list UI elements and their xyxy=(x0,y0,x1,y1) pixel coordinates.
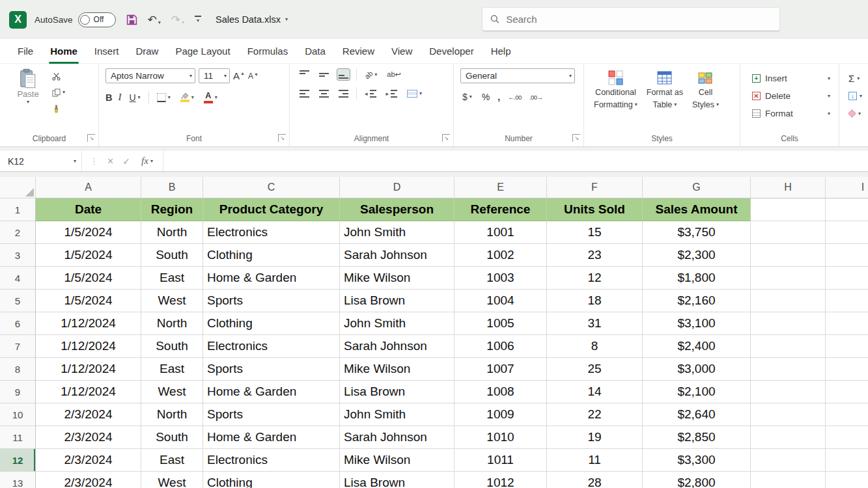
insert-cells-button[interactable]: + Insert ▾ xyxy=(752,71,830,86)
tab-draw[interactable]: Draw xyxy=(127,39,167,64)
cell-H2[interactable] xyxy=(751,221,826,244)
cell-A13[interactable]: 2/3/2024 xyxy=(36,472,141,488)
bottom-align-button[interactable] xyxy=(337,68,350,81)
cell-I4[interactable] xyxy=(826,267,868,290)
row-header-13[interactable]: 13 xyxy=(0,472,36,488)
cell-G4[interactable]: $1,800 xyxy=(643,267,751,290)
cell-B12[interactable]: East xyxy=(141,449,203,472)
decrease-decimal-button[interactable]: .00→ xyxy=(529,94,543,101)
cell-F4[interactable]: 12 xyxy=(547,267,643,290)
column-header-B[interactable]: B xyxy=(141,177,203,198)
cell-C1[interactable]: Product Category xyxy=(203,198,340,221)
cell-A10[interactable]: 2/3/2024 xyxy=(36,403,141,426)
cut-button[interactable] xyxy=(52,71,65,81)
percent-style-button[interactable]: % xyxy=(482,92,490,102)
tab-data[interactable]: Data xyxy=(296,39,334,64)
cell-H6[interactable] xyxy=(751,312,826,335)
cell-E10[interactable]: 1009 xyxy=(455,403,547,426)
cell-I6[interactable] xyxy=(826,312,868,335)
decrease-font-size-button[interactable]: A▼ xyxy=(248,72,259,81)
comma-style-button[interactable]: , xyxy=(497,92,500,102)
number-dialog-launcher[interactable]: ↘ xyxy=(572,134,580,142)
cell-A9[interactable]: 1/12/2024 xyxy=(36,381,141,403)
cell-F10[interactable]: 22 xyxy=(547,403,643,426)
column-header-A[interactable]: A xyxy=(36,177,141,198)
cell-F11[interactable]: 19 xyxy=(547,426,643,449)
cell-E4[interactable]: 1003 xyxy=(455,267,547,290)
decrease-indent-button[interactable]: ◂ xyxy=(363,87,378,100)
column-header-C[interactable]: C xyxy=(203,177,340,198)
cell-I11[interactable] xyxy=(826,426,868,449)
cell-C3[interactable]: Clothing xyxy=(203,244,340,267)
tab-help[interactable]: Help xyxy=(483,39,520,64)
cell-F1[interactable]: Units Sold xyxy=(547,198,643,221)
cell-H11[interactable] xyxy=(751,426,826,449)
name-box[interactable]: K12 ▾ xyxy=(0,151,82,171)
row-header-6[interactable]: 6 xyxy=(0,312,36,335)
cell-E1[interactable]: Reference xyxy=(455,198,547,221)
cell-C8[interactable]: Sports xyxy=(203,358,340,381)
document-title[interactable]: Sales Data.xlsx ▾ xyxy=(216,14,288,25)
underline-button[interactable]: U ▾ xyxy=(127,90,142,105)
cell-B9[interactable]: West xyxy=(141,381,203,403)
redo-button[interactable]: ↷ ▾ xyxy=(171,14,184,25)
cell-E11[interactable]: 1010 xyxy=(455,426,547,449)
cell-C7[interactable]: Electronics xyxy=(203,335,340,358)
tab-view[interactable]: View xyxy=(383,39,421,64)
bold-button[interactable]: B xyxy=(105,92,112,103)
cell-B11[interactable]: South xyxy=(141,426,203,449)
tab-insert[interactable]: Insert xyxy=(86,39,128,64)
cell-G3[interactable]: $2,300 xyxy=(643,244,751,267)
cell-I9[interactable] xyxy=(826,381,868,403)
row-header-9[interactable]: 9 xyxy=(0,381,36,403)
clear-button[interactable]: ▾ xyxy=(848,106,861,121)
cell-G10[interactable]: $2,640 xyxy=(643,403,751,426)
font-name-combobox[interactable]: Aptos Narrow ▾ xyxy=(105,68,195,83)
cell-C5[interactable]: Sports xyxy=(203,290,340,312)
cell-H10[interactable] xyxy=(751,403,826,426)
autosave-toggle[interactable]: Off xyxy=(78,12,116,27)
cell-G7[interactable]: $2,400 xyxy=(643,335,751,358)
search-box[interactable] xyxy=(482,7,780,31)
cell-I13[interactable] xyxy=(826,472,868,488)
italic-button[interactable]: I xyxy=(118,92,121,103)
cell-C10[interactable]: Sports xyxy=(203,403,340,426)
cell-D4[interactable]: Mike Wilson xyxy=(340,267,455,290)
cell-A3[interactable]: 1/5/2024 xyxy=(36,244,141,267)
cell-E13[interactable]: 1012 xyxy=(455,472,547,488)
row-header-8[interactable]: 8 xyxy=(0,358,36,381)
row-header-5[interactable]: 5 xyxy=(0,290,36,312)
delete-cells-button[interactable]: ✕ Delete ▾ xyxy=(752,88,830,103)
cell-F13[interactable]: 28 xyxy=(547,472,643,488)
cell-G9[interactable]: $2,100 xyxy=(643,381,751,403)
number-format-combobox[interactable]: General ▾ xyxy=(460,68,575,83)
cell-C6[interactable]: Clothing xyxy=(203,312,340,335)
tab-home[interactable]: Home xyxy=(42,39,86,64)
cell-B10[interactable]: North xyxy=(141,403,203,426)
cell-H7[interactable] xyxy=(751,335,826,358)
save-button[interactable] xyxy=(126,14,137,25)
row-header-3[interactable]: 3 xyxy=(0,244,36,267)
excel-logo-icon[interactable]: X xyxy=(9,11,27,29)
increase-indent-button[interactable]: ▸ xyxy=(384,87,400,100)
conditional-formatting-button[interactable]: Conditional Formatting▾ xyxy=(589,68,642,111)
cell-C11[interactable]: Home & Garden xyxy=(203,426,340,449)
cell-C4[interactable]: Home & Garden xyxy=(203,267,340,290)
customize-qat-button[interactable]: ▾ xyxy=(195,16,201,23)
clipboard-dialog-launcher[interactable]: ↘ xyxy=(87,134,95,142)
cell-I8[interactable] xyxy=(826,358,868,381)
cell-A4[interactable]: 1/5/2024 xyxy=(36,267,141,290)
cell-D9[interactable]: Lisa Brown xyxy=(340,381,455,403)
resize-handle-icon[interactable]: ⋮ xyxy=(90,156,98,166)
cell-B4[interactable]: East xyxy=(141,267,203,290)
alignment-dialog-launcher[interactable]: ↘ xyxy=(442,134,450,142)
undo-button[interactable]: ↶ ▾ xyxy=(148,14,161,25)
cell-G5[interactable]: $2,160 xyxy=(643,290,751,312)
cell-D7[interactable]: Sarah Johnson xyxy=(340,335,455,358)
tab-review[interactable]: Review xyxy=(334,39,383,64)
cell-H3[interactable] xyxy=(751,244,826,267)
cell-G11[interactable]: $2,850 xyxy=(643,426,751,449)
cell-I10[interactable] xyxy=(826,403,868,426)
cell-C12[interactable]: Electronics xyxy=(203,449,340,472)
cell-I12[interactable] xyxy=(826,449,868,472)
